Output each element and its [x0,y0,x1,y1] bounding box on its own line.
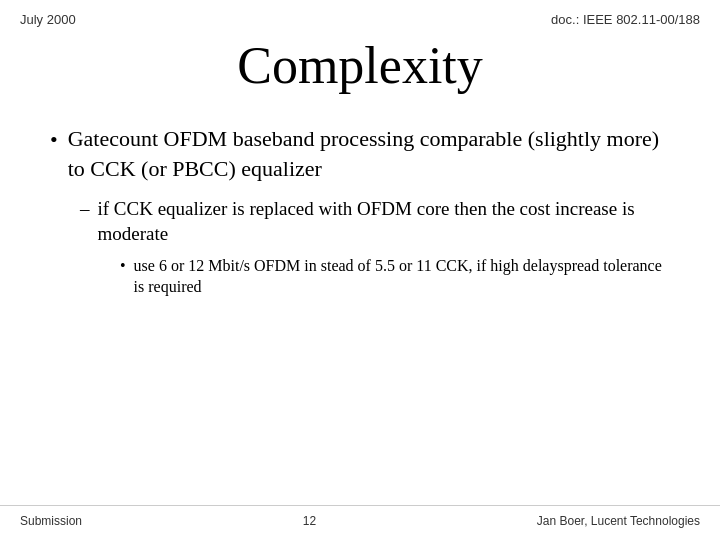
sub-text-1: if CCK equalizer is replaced with OFDM c… [98,196,671,247]
slide: July 2000 doc.: IEEE 802.11-00/188 Compl… [0,0,720,540]
sub-sub-bullet-section: • use 6 or 12 Mbit/s OFDM in stead of 5.… [80,255,670,298]
sub-sub-item-1: • use 6 or 12 Mbit/s OFDM in stead of 5.… [120,255,670,298]
bullet-dot-1: • [50,126,58,155]
bullet-item-1: • Gatecount OFDM baseband processing com… [50,124,670,183]
sub-sub-dot-1: • [120,255,126,277]
title-section: Complexity [0,27,720,114]
footer-page-number: 12 [303,514,316,528]
slide-header: July 2000 doc.: IEEE 802.11-00/188 [0,0,720,27]
footer-author: Jan Boer, Lucent Technologies [537,514,700,528]
footer-submission: Submission [20,514,82,528]
slide-footer: Submission 12 Jan Boer, Lucent Technolog… [0,505,720,528]
header-doc: doc.: IEEE 802.11-00/188 [551,12,700,27]
sub-dash-1: – [80,196,90,222]
sub-bullet-item-1: – if CCK equalizer is replaced with OFDM… [80,196,670,247]
slide-title: Complexity [40,37,680,94]
bullet-text-1: Gatecount OFDM baseband processing compa… [68,124,670,183]
slide-content: • Gatecount OFDM baseband processing com… [0,114,720,316]
sub-bullet-section: – if CCK equalizer is replaced with OFDM… [50,196,670,298]
header-date: July 2000 [20,12,76,27]
sub-sub-text-1: use 6 or 12 Mbit/s OFDM in stead of 5.5 … [134,255,670,298]
